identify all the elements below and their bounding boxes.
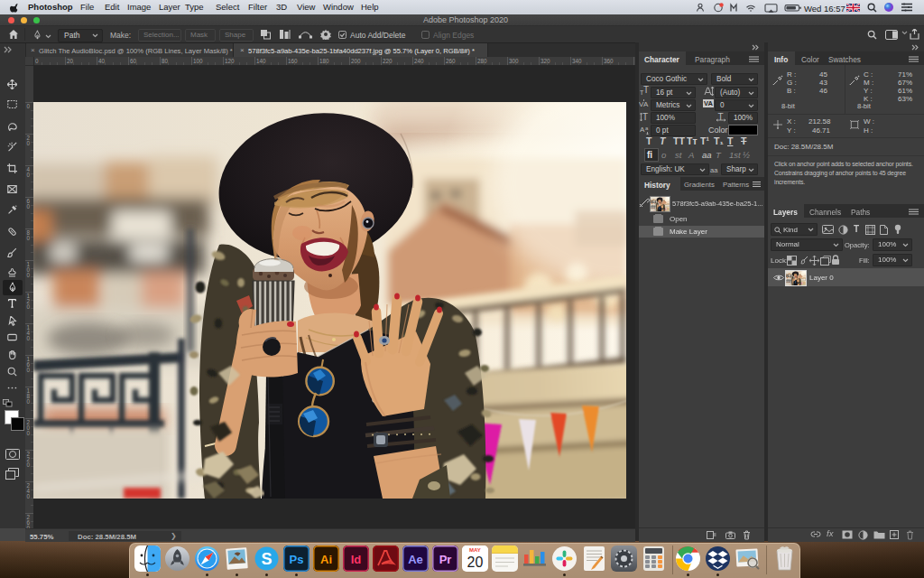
svg-text:S: S [261,550,272,568]
svg-text:Ai: Ai [320,553,332,566]
svg-text:Pr: Pr [439,553,452,566]
svg-text:MAY: MAY [469,547,481,553]
svg-text:Ps: Ps [290,553,304,566]
svg-text:T: T [642,112,648,122]
svg-text:T: T [643,86,649,95]
svg-text:a: a [645,126,649,131]
svg-text:Id: Id [351,553,362,566]
svg-text:20: 20 [467,555,484,570]
svg-text:A: A [643,100,649,108]
svg-text:Ae: Ae [408,553,423,566]
